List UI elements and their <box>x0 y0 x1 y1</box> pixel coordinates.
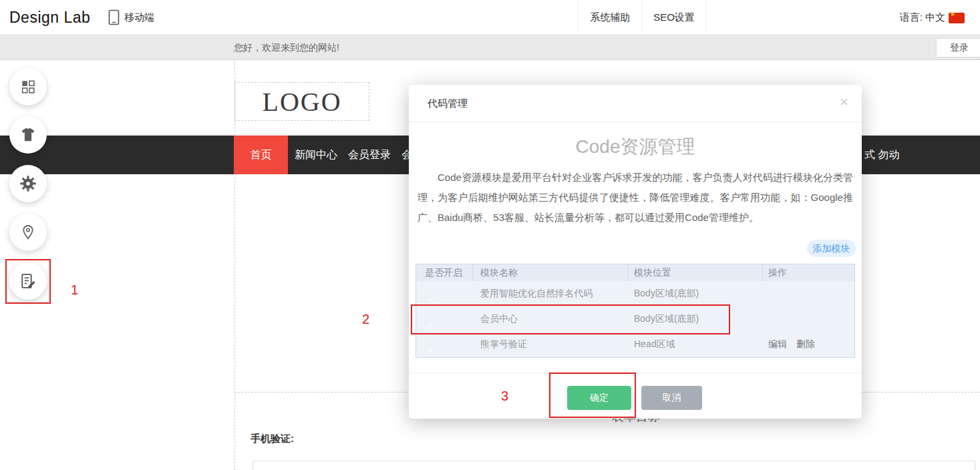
welcome-greeting: 您好，欢迎来到您的网站! <box>234 35 339 60</box>
annotation-number-1: 1 <box>71 282 78 298</box>
confirm-button[interactable]: 确定 <box>567 386 631 410</box>
cancel-button[interactable]: 取消 <box>641 386 702 410</box>
top-admin-bar: Design Lab 移动端 系统辅助 SEO设置 语言: 中文 <box>0 0 980 35</box>
welcome-bar: 您好，欢迎来到您的网站! 登录 <box>0 35 980 60</box>
site-logo-placeholder[interactable]: LOGO <box>234 82 369 121</box>
col-header-actions: 操作 <box>763 264 853 281</box>
table-row: 熊掌号验证 Head区域 编辑 删除 <box>416 332 854 357</box>
tshirt-icon <box>19 126 37 144</box>
screen: Design Lab 移动端 系统辅助 SEO设置 语言: 中文 您好，欢迎来到… <box>0 0 980 470</box>
nav-item-news[interactable]: 新闻中心 <box>295 136 337 174</box>
language-selector[interactable]: 语言: 中文 <box>900 0 945 35</box>
location-pin-icon <box>19 224 37 241</box>
nav-item-right-partial[interactable]: 式 勿动 <box>864 136 899 174</box>
table-row: 会员中心 Body区域(底部) <box>416 306 854 332</box>
menu-item-system-assist[interactable]: 系统辅助 <box>578 0 642 35</box>
sidebar-products-button[interactable] <box>9 116 47 154</box>
content-left-guide <box>234 60 235 470</box>
modal-header: 代码管理 × <box>409 85 862 122</box>
col-header-enabled: 是否开启 <box>416 264 473 281</box>
modal-title: 代码管理 <box>428 85 468 122</box>
modal-heading: Code资源管理 <box>409 134 862 160</box>
mobile-preview-button[interactable]: 移动端 <box>108 0 154 35</box>
menu-item-seo-settings[interactable]: SEO设置 <box>642 0 706 35</box>
modal-footer: 确定 取消 <box>409 373 862 419</box>
china-flag-icon <box>949 13 965 23</box>
site-logo-text: LOGO <box>262 86 341 118</box>
brand-logo: Design Lab <box>9 0 90 35</box>
sidebar-location-button[interactable] <box>9 214 47 251</box>
col-header-name: 模块名称 <box>473 264 629 281</box>
modal-description: Code资源模块是爱用平台针对企业客户诉求开发的功能，客户负责人对代码进行模块化… <box>418 168 853 228</box>
module-table: 是否开启 模块名称 模块位置 操作 爱用智能优化自然排名代码 Body区域(底部… <box>416 264 855 358</box>
mobile-phone-icon <box>108 9 120 25</box>
form-edit-icon <box>19 272 37 290</box>
table-row: 爱用智能优化自然排名代码 Body区域(底部) <box>416 281 854 306</box>
code-manage-modal: 代码管理 × Code资源管理 Code资源模块是爱用平台针对企业客户诉求开发的… <box>409 85 862 419</box>
nav-item-member-login[interactable]: 会员登录 <box>348 136 391 174</box>
module-name: 会员中心 <box>473 313 629 325</box>
phone-verify-label: 手机验证: <box>251 433 294 445</box>
module-position: Head区域 <box>629 338 763 350</box>
module-position: Body区域(底部) <box>629 288 763 300</box>
delete-link[interactable]: 删除 <box>796 338 815 350</box>
module-table-header: 是否开启 模块名称 模块位置 操作 <box>416 264 854 281</box>
module-name: 爱用智能优化自然排名代码 <box>473 288 629 300</box>
top-menu: 系统辅助 SEO设置 <box>578 0 706 35</box>
module-position: Body区域(底部) <box>629 313 763 325</box>
sidebar-form-edit-button[interactable] <box>9 262 47 300</box>
module-name: 熊掌号验证 <box>473 338 629 350</box>
annotation-number-3: 3 <box>501 389 508 404</box>
login-button[interactable]: 登录 <box>936 38 980 57</box>
add-module-button[interactable]: 添加模块 <box>807 240 856 257</box>
nav-item-home[interactable]: 首页 <box>234 136 288 174</box>
close-icon[interactable]: × <box>840 95 848 109</box>
edit-link[interactable]: 编辑 <box>768 338 787 350</box>
mobile-label: 移动端 <box>124 11 154 24</box>
grid-icon <box>19 78 37 95</box>
gear-icon <box>19 174 37 193</box>
sidebar-modules-button[interactable] <box>9 68 47 105</box>
phone-verify-input[interactable] <box>253 461 975 470</box>
annotation-number-2: 2 <box>362 312 369 327</box>
sidebar-settings-button[interactable] <box>9 165 47 202</box>
col-header-position: 模块位置 <box>629 264 763 281</box>
